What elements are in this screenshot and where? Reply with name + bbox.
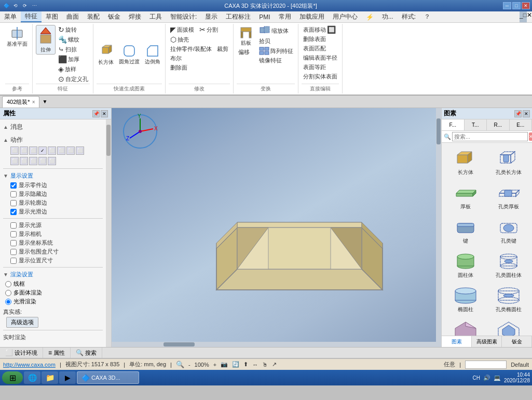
element-hole-prism[interactable]: 孔类多棱体 [488, 317, 529, 336]
element-hole-key[interactable]: 孔类键 [488, 215, 529, 247]
checkbox-show-position[interactable] [10, 258, 17, 264]
radio-smooth[interactable] [5, 299, 11, 305]
rib-button[interactable]: 筋板 [237, 25, 255, 47]
move-face-button[interactable]: 表面移动 🔲 [302, 25, 337, 34]
action-btn-4[interactable]: ✓ [38, 146, 47, 155]
revolve-button[interactable]: ↻旋转 [57, 25, 90, 34]
bottom-tab-search[interactable]: 🔍 搜索 [71, 348, 102, 358]
edit-face-radius-button[interactable]: 编辑表面半径 [302, 54, 339, 62]
menu-item-surface[interactable]: 曲面 [62, 11, 83, 22]
view-icon-5[interactable]: 🖱 [262, 362, 268, 368]
checkbox-show-light[interactable] [10, 222, 17, 229]
offset-button[interactable]: 偏移 [237, 48, 255, 57]
close-button[interactable]: ✕ [522, 2, 530, 9]
taskbar-item-caxa[interactable]: 🔷 CAXA 3D... [77, 371, 139, 384]
menu-item-help[interactable]: ？ [420, 11, 434, 22]
checkbox-show-smooth-edge[interactable] [10, 209, 17, 215]
section-display-title[interactable]: ▼ 显示设置 [3, 171, 103, 181]
face-offset-button[interactable]: 表面等距 [302, 63, 328, 72]
menu-item-common[interactable]: 常用 [275, 11, 295, 22]
element-key[interactable]: 键 [445, 215, 486, 247]
footer-tab-advanced[interactable]: 高级图素 [472, 336, 502, 347]
custom-hole-button[interactable]: ⊙自定义孔 [57, 74, 90, 84]
pickup-button[interactable]: 拾贝 [257, 37, 295, 46]
element-search-input[interactable] [452, 132, 528, 141]
action-btn-9[interactable]: ⬜ [10, 157, 19, 165]
action-btn-11[interactable]: ⬜ [29, 157, 37, 165]
checkbox-show-part-edge[interactable] [10, 182, 17, 189]
menu-item-menu[interactable]: 菜单 [0, 11, 21, 22]
action-btn-6[interactable]: ⬜ [57, 146, 65, 155]
bottom-tab-properties[interactable]: ≡ 属性 [43, 348, 71, 358]
panel-minimize-button[interactable]: _ [520, 11, 523, 22]
tray-icon-network[interactable]: 💻 [494, 375, 501, 381]
checkbox-show-hidden-edge[interactable] [10, 191, 17, 197]
menu-item-func[interactable]: 功... [378, 11, 398, 22]
fillet-button[interactable]: 圆角过渡 [117, 43, 141, 66]
status-input[interactable] [465, 361, 507, 369]
viewport-scroll-thumb-h[interactable] [163, 342, 195, 346]
menu-item-pmi[interactable]: PMI [255, 11, 274, 22]
action-btn-10[interactable]: ⬜ [20, 157, 28, 165]
menu-item-assembly[interactable]: 装配 [83, 11, 104, 22]
viewport-scrollbar-bottom[interactable] [112, 342, 436, 347]
thicken-button[interactable]: ⬛加厚 [57, 55, 90, 64]
menu-item-tools[interactable]: 工具 [145, 11, 166, 22]
radio-facet[interactable] [5, 290, 11, 296]
stretch-part-button[interactable]: 拉伸零件/装配体 [169, 45, 213, 54]
thread-button[interactable]: 🔩螺纹 [57, 35, 90, 44]
checkbox-show-camera[interactable] [10, 231, 17, 237]
menu-item-sketch[interactable]: 草图 [42, 11, 62, 22]
menu-item-style[interactable]: 样式: [398, 11, 420, 22]
view-icon-2[interactable]: 🔄 [232, 361, 239, 368]
left-panel-scrollbar[interactable] [106, 119, 111, 347]
element-hole-ellipse-cyl[interactable]: 孔类椭圆柱 [488, 283, 529, 315]
array-feature-button[interactable]: 阵列特征 [257, 46, 295, 56]
taskbar-item-explorer[interactable]: 📁 [42, 371, 58, 384]
redo-icon[interactable]: ⟳ [21, 2, 29, 9]
doc-tab-close[interactable]: × [32, 99, 35, 105]
doc-tab-402[interactable]: 402组装* × [2, 96, 39, 108]
panel-close-btn[interactable]: ✕ [101, 110, 108, 117]
element-hole-cylinder[interactable]: 孔类圆柱体 [488, 249, 529, 281]
panel-pin-button[interactable]: 📌 [92, 110, 100, 117]
section-message-title[interactable]: ▲ 消息 [3, 122, 103, 132]
viewport-scrollbar-right[interactable] [436, 108, 441, 347]
rp-tab-2[interactable]: T... [465, 119, 487, 130]
match-face-button[interactable]: 表面匹配 [302, 44, 328, 53]
search-close-button[interactable]: ✕ [529, 132, 532, 141]
action-btn-5[interactable]: ⬜ [48, 146, 56, 155]
bottom-tab-design[interactable]: ⬜ 设计环境 [0, 348, 43, 358]
reference-plane-button[interactable]: 基准平面 [5, 25, 29, 48]
menu-item-intelligent[interactable]: 智能设计: [166, 11, 201, 22]
element-cuboid[interactable]: 长方体 [445, 146, 486, 178]
checkbox-show-bbox[interactable] [10, 249, 17, 255]
action-btn-13[interactable]: ⬜ [48, 157, 56, 165]
radio-wireframe[interactable] [5, 281, 11, 287]
draft-button[interactable]: ◤面拔模 [169, 25, 196, 34]
element-hole-cuboid[interactable]: 孔类长方体 [488, 146, 529, 178]
view-icon-3[interactable]: ⬆ [243, 361, 248, 368]
action-btn-8[interactable]: ⬜ [76, 146, 84, 155]
maximize-button[interactable]: □ [512, 2, 521, 9]
doc-tab-arrow[interactable]: ▼ [40, 96, 49, 108]
footer-tab-sheetmetal[interactable]: 钣金 [502, 336, 532, 347]
action-btn-2[interactable]: ⬜ [20, 146, 28, 155]
element-hole-thick-plate[interactable]: 孔类厚板 [488, 180, 529, 212]
panel-restore-button[interactable]: □ [523, 11, 527, 22]
loft-button[interactable]: ◈放样 [57, 64, 90, 74]
menu-item-feature[interactable]: 特征 [21, 11, 42, 22]
advanced-options-button[interactable]: 高级选项 [6, 317, 38, 328]
section-action-title[interactable]: ▲ 动作 [3, 135, 103, 145]
element-prism[interactable]: 多棱体 [445, 317, 486, 336]
split-solid-button[interactable]: 分割实体表面 [302, 72, 339, 81]
view-icon-1[interactable]: 📷 [221, 361, 228, 368]
start-button[interactable]: ⊞ [2, 371, 23, 384]
tray-icon-lang[interactable]: CH [472, 375, 480, 381]
sweep-button[interactable]: ⤷扫掠 [57, 45, 90, 54]
right-panel-close-button[interactable]: ✕ [523, 110, 530, 117]
action-btn-12[interactable]: ⬜ [38, 157, 47, 165]
rp-tab-4[interactable]: E... [510, 119, 533, 130]
undo-icon[interactable]: ⟲ [11, 2, 20, 9]
viewport-scroll-thumb-v[interactable] [436, 118, 441, 144]
